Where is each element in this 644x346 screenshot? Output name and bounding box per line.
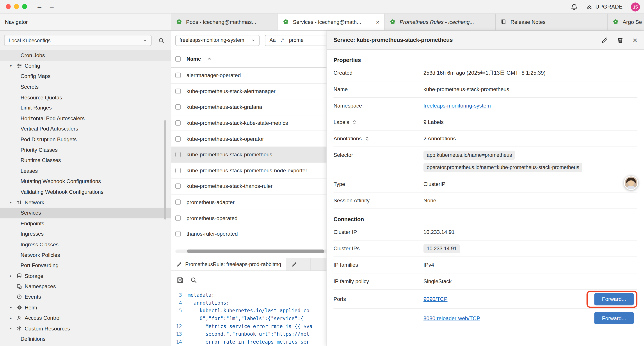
line-number xyxy=(171,315,188,323)
line-code: second.","runbook_url":"https://net xyxy=(188,331,309,338)
labels-label: Labels xyxy=(334,119,423,125)
row-checkbox[interactable] xyxy=(175,215,180,221)
window-minimize-button[interactable] xyxy=(14,4,19,9)
row-checkbox[interactable] xyxy=(175,152,180,157)
book-icon xyxy=(501,19,507,25)
sidebar-item-validating-webhook-configurations[interactable]: Validating Webhook Configurations xyxy=(0,187,171,197)
name-value: kube-prometheus-stack-prometheus xyxy=(424,86,509,92)
chevron-down-icon xyxy=(252,38,256,42)
back-icon[interactable]: ← xyxy=(36,3,43,10)
sidebar-item-endpoints[interactable]: Endpoints xyxy=(0,218,171,229)
row-checkbox[interactable] xyxy=(175,89,180,94)
edit-icon[interactable] xyxy=(602,37,608,43)
sidebar-item-leases[interactable]: Leases xyxy=(0,166,171,176)
chevron-down-icon xyxy=(143,38,147,42)
notifications-bell-icon[interactable] xyxy=(570,3,578,10)
sidebar-item-mutating-webhook-configurations[interactable]: Mutating Webhook Configurations xyxy=(0,176,171,187)
forward-button-9090[interactable]: Forward... xyxy=(594,293,634,305)
sidebar-item-resource-quotas[interactable]: Resource Quotas xyxy=(0,92,171,103)
row-checkbox[interactable] xyxy=(175,104,180,110)
sidebar-item-helm[interactable]: ▸ Helm xyxy=(0,302,171,313)
match-case-toggle[interactable]: Aa xyxy=(270,37,276,43)
tab-pods-icecheng-mathmas[interactable]: Pods - icecheng@mathmas... xyxy=(171,13,278,30)
port-link-9090[interactable]: 9090/TCP xyxy=(424,296,448,302)
connection-row-cluster-ips: Cluster IPs 10.233.14.91 xyxy=(334,240,638,257)
sidebar-item-port-forwarding[interactable]: Port Forwarding xyxy=(0,260,171,271)
tab-services-icecheng-math[interactable]: Services - icecheng@math... × xyxy=(278,13,385,30)
cluster-icon xyxy=(390,19,396,25)
sidebar-item-ingress-classes[interactable]: Ingress Classes xyxy=(0,239,171,250)
sidebar-item-network-policies[interactable]: Network Policies xyxy=(0,250,171,260)
type-value: ClusterIP xyxy=(424,181,446,187)
notification-count-badge[interactable]: 15 xyxy=(631,2,640,11)
row-checkbox[interactable] xyxy=(175,136,180,141)
avatar[interactable] xyxy=(624,176,638,190)
line-code: Metrics service error rate is {{ $va xyxy=(188,323,312,331)
selector-badge: app.kubernetes.io/name=prometheus xyxy=(424,151,515,160)
editor-search-icon[interactable] xyxy=(190,276,197,283)
sidebar-item-horizontal-pod-autoscalers[interactable]: Horizontal Pod Autoscalers xyxy=(0,113,171,123)
sidebar-item-custom-resources[interactable]: ▾ Custom Resources xyxy=(0,323,171,334)
delete-icon[interactable] xyxy=(617,37,624,43)
tab-argo-se[interactable]: Argo Se xyxy=(608,13,644,30)
save-icon[interactable] xyxy=(177,276,184,283)
sidebar-item-events[interactable]: Events xyxy=(0,292,171,302)
name-column-header[interactable]: Name xyxy=(186,56,201,62)
namespace-link[interactable]: freeleaps-monitoring-system xyxy=(424,103,491,109)
port-link-8080[interactable]: 8080:reloader-web/TCP xyxy=(424,315,480,321)
port-row-9090: Ports 9090/TCP Forward... xyxy=(334,290,638,309)
sidebar-item-cron-jobs[interactable]: Cron Jobs xyxy=(0,50,171,61)
search-input[interactable]: prome xyxy=(289,37,303,43)
sidebar-item-services[interactable]: Services xyxy=(0,208,171,218)
forward-button-8080[interactable]: Forward... xyxy=(594,312,634,324)
sidebar-item-runtime-classes[interactable]: Runtime Classes xyxy=(0,155,171,166)
close-drawer-icon[interactable]: × xyxy=(632,36,638,44)
tab-release-notes[interactable]: Release Notes xyxy=(496,13,608,30)
tab-close-icon[interactable]: × xyxy=(374,18,380,25)
unfold-icon[interactable] xyxy=(364,136,369,141)
regex-toggle[interactable]: .* xyxy=(280,37,284,43)
sidebar-item-priority-classes[interactable]: Priority Classes xyxy=(0,145,171,155)
sidebar-item-config-maps[interactable]: Config Maps xyxy=(0,71,171,82)
sidebar-item-definitions[interactable]: Definitions xyxy=(0,334,171,344)
upgrade-button[interactable]: UPGRADE xyxy=(586,3,622,10)
property-row-created: Created 253d 16h 6m ago (2025年1月13日 GMT+… xyxy=(334,65,638,81)
dock-tab-prometheusrule[interactable]: PrometheusRule: freeleaps-prod-rabbitmq xyxy=(171,258,286,271)
sidebar-item-ingresses[interactable]: Ingresses xyxy=(0,229,171,239)
sidebar-item-secrets[interactable]: Secrets xyxy=(0,82,171,92)
tab-prometheus-rules-icecheng[interactable]: Prometheus Rules - icecheng... xyxy=(385,13,496,30)
namespace-filter-select[interactable]: freeleaps-monitoring-system xyxy=(175,34,260,46)
sidebar-search-icon[interactable] xyxy=(156,35,167,46)
row-checkbox[interactable] xyxy=(175,200,180,205)
sidebar-item-network[interactable]: ▾ Network xyxy=(0,197,171,208)
row-checkbox[interactable] xyxy=(175,168,180,173)
line-code: 0","for":"1m","labels":{"service":{ xyxy=(188,315,303,323)
sidebar-scrollbar[interactable] xyxy=(164,120,166,220)
sidebar-item-pod-disruption-budgets[interactable]: Pod Disruption Budgets xyxy=(0,134,171,145)
select-all-checkbox[interactable] xyxy=(175,56,180,61)
row-checkbox[interactable] xyxy=(175,184,180,189)
window-zoom-button[interactable] xyxy=(22,4,27,9)
row-checkbox[interactable] xyxy=(175,73,180,78)
sidebar-item-namespaces[interactable]: Namespaces xyxy=(0,281,171,292)
kubeconfig-selector[interactable]: Local Kubeconfigs xyxy=(4,35,152,46)
property-row-session-affinity: Session Affinity None xyxy=(334,193,638,209)
property-row-annotations: Annotations 2 Annotations xyxy=(334,130,638,147)
row-checkbox[interactable] xyxy=(175,231,180,237)
sidebar-item-storage[interactable]: ▸ Storage xyxy=(0,271,171,281)
sidebar-item-config[interactable]: ▾ Config xyxy=(0,61,171,71)
dock-tab-partial[interactable] xyxy=(286,258,311,271)
drawer-header: Service: kube-prometheus-stack-prometheu… xyxy=(327,31,644,50)
horizontal-scrollbar-thumb[interactable] xyxy=(187,250,325,253)
sidebar-item-vertical-pod-autoscalers[interactable]: Vertical Pod Autoscalers xyxy=(0,123,171,134)
cluster-icon xyxy=(613,19,620,25)
sidebar-item-access-control[interactable]: ▸ Access Control xyxy=(0,313,171,323)
forward-icon[interactable]: → xyxy=(48,3,55,10)
window-close-button[interactable] xyxy=(6,4,10,9)
chevron-icon: ▸ xyxy=(10,306,16,310)
unfold-icon[interactable] xyxy=(352,120,357,124)
chevron-icon: ▾ xyxy=(10,64,16,68)
row-checkbox[interactable] xyxy=(175,120,180,125)
sort-asc-icon[interactable] xyxy=(208,57,212,61)
sidebar-item-limit-ranges[interactable]: Limit Ranges xyxy=(0,103,171,113)
